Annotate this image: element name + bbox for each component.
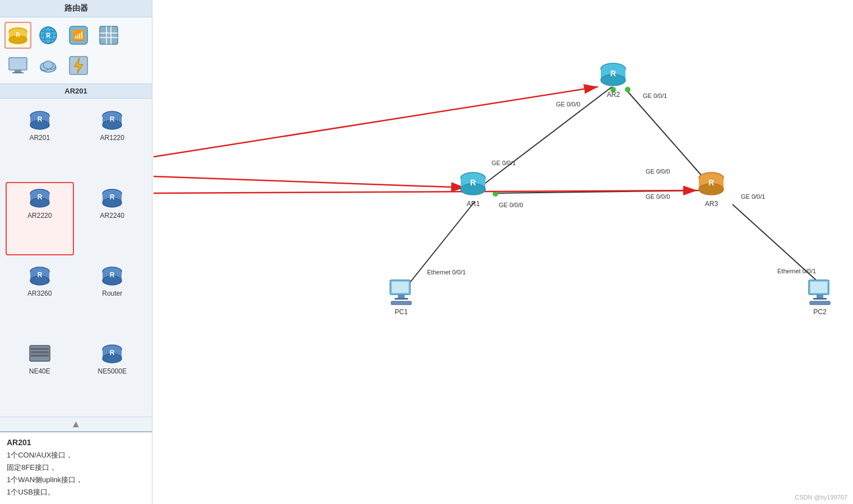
svg-text:R: R [16,31,20,38]
svg-rect-19 [12,72,24,73]
svg-rect-73 [392,282,409,293]
desc-line1: 1个CON/AUX接口， [7,451,73,459]
svg-text:R: R [708,178,714,187]
node-label-ar2: AR2 [607,91,620,99]
device-cell-ne40e[interactable]: NE40E [6,338,74,411]
sidebar-section-title: 路由器 [0,0,152,17]
network-canvas[interactable]: GE 0/0/0 GE 0/0/1 GE 0/0/1 GE 0/0/0 GE 0… [152,0,853,504]
svg-text:R: R [37,115,42,123]
node-ar3[interactable]: R AR3 [696,168,727,208]
port-label-ar1-ge000: GE 0/0/0 [499,202,523,208]
desc-line3: 1个WAN侧uplink接口， [7,475,83,484]
top-icon-grid[interactable] [95,22,122,49]
svg-rect-18 [15,70,21,72]
svg-text:R: R [46,32,50,39]
description-area: AR201 1个CON/AUX接口， 固定8FE接口， 1个WAN侧uplink… [0,431,152,504]
node-label-ar3: AR3 [705,200,718,208]
port-label-ar2-ge000: GE 0/0/0 [556,101,580,108]
port-label-ar3-ge000-top: GE 0/0/0 [646,168,670,175]
svg-rect-52 [31,351,49,353]
red-arrow-ar2220-ar2 [154,87,598,157]
device-label-ar1220: AR1220 [100,134,124,142]
device-label-ar3260: AR3260 [27,290,52,297]
svg-point-23 [43,61,53,69]
svg-text:R: R [110,115,115,123]
svg-text:R: R [37,193,42,201]
node-pc2[interactable]: PC2 [805,279,835,316]
sidebar: 路由器 R R 📶 [0,0,152,504]
description-text: 1个CON/AUX接口， 固定8FE接口， 1个WAN侧uplink接口， 1个… [7,449,145,498]
device-cell-ar3260[interactable]: R AR3260 [6,260,74,333]
device-cell-ar2220[interactable]: R AR2220 [6,182,74,255]
svg-rect-53 [31,354,49,357]
port-label-pc2-eth: Ethernet 0/0/1 [777,268,816,274]
device-label-ar2240: AR2240 [100,212,124,220]
top-icon-router[interactable]: R [4,22,31,49]
device-label-ne5000e: NE5000E [98,367,127,375]
node-label-ar1: AR1 [467,200,480,208]
svg-rect-80 [813,298,827,300]
device-label-ar201: AR201 [29,134,50,142]
svg-rect-17 [9,58,27,70]
port-label-ar3-ge000-bot: GE 0/0/0 [646,193,670,200]
svg-rect-78 [810,282,827,293]
device-cell-ar201[interactable]: R AR201 [6,104,74,178]
device-cell-ne5000e[interactable]: R NE5000E [78,338,147,411]
svg-rect-76 [391,301,411,305]
device-cell-ar1220[interactable]: R AR1220 [78,104,147,178]
port-label-pc1-eth: Ethernet 0/0/1 [427,269,466,276]
node-label-pc1: PC1 [395,308,407,316]
desc-line4: 1个USB接口。 [7,488,55,496]
top-icon-globe[interactable]: R [35,22,62,49]
top-icon-group: R R 📶 [0,17,152,84]
svg-text:R: R [110,193,115,201]
device-cell-router[interactable]: R Router [78,260,147,333]
svg-text:R: R [470,178,476,187]
node-ar2[interactable]: R AR2 [598,59,629,99]
port-label-ar1-ge001: GE 0/0/1 [492,160,516,166]
desc-line2: 固定8FE接口， [7,463,57,472]
svg-text:R: R [110,271,115,279]
ar201-section-title: AR201 [0,84,152,99]
top-icon-cloud[interactable] [35,52,62,79]
svg-rect-79 [817,295,823,298]
device-grid: R AR201 R AR1220 R AR2220 [0,99,152,417]
svg-text:📶: 📶 [72,29,85,41]
device-cell-ar2240[interactable]: R AR2240 [78,182,147,255]
top-icon-wifi[interactable]: 📶 [65,22,92,49]
description-title: AR201 [7,438,145,447]
top-icon-lightning[interactable] [65,52,92,79]
node-ar1[interactable]: R AR1 [458,168,489,208]
svg-rect-75 [395,298,408,300]
device-label-router: Router [102,290,122,297]
svg-rect-74 [398,295,405,298]
svg-text:R: R [37,271,42,279]
device-label-ne40e: NE40E [29,367,50,375]
node-pc1[interactable]: PC1 [387,279,416,316]
port-label-ar2-ge001: GE 0/0/1 [643,92,667,99]
watermark: CSDN @hy199707 [795,494,847,501]
canvas-svg: GE 0/0/0 GE 0/0/1 GE 0/0/1 GE 0/0/0 GE 0… [152,0,853,504]
red-arrow-ar2220-ar1 [154,176,465,188]
svg-rect-81 [810,301,830,305]
top-icon-monitor[interactable] [4,52,31,79]
node-label-pc2: PC2 [813,308,826,316]
svg-text:R: R [110,349,115,357]
sidebar-scroll-arrow[interactable]: ▲ [0,417,152,431]
svg-rect-51 [31,348,49,350]
svg-text:R: R [610,69,616,78]
device-label-ar2220: AR2220 [27,212,52,220]
port-label-ar3-ge001: GE 0/0/1 [741,193,765,200]
svg-rect-12 [100,26,118,44]
